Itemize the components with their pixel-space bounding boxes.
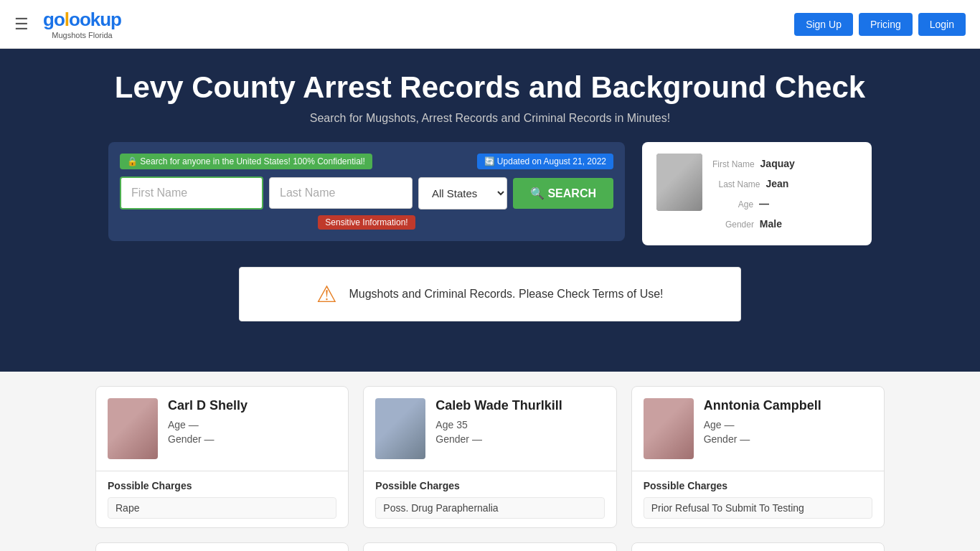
charge-item: Poss. Drug Paraphernalia	[375, 497, 604, 519]
gender-label: Gender	[725, 220, 754, 230]
warning-text: Mugshots and Criminal Records. Please Ch…	[349, 288, 663, 301]
charge-item: Prior Refusal To Submit To Testing	[644, 497, 872, 519]
hero-section: Levy County Arrest Records and Backgroun…	[0, 49, 980, 372]
person-gender: Gender —	[435, 433, 562, 445]
logo-go: go	[43, 9, 65, 30]
signup-button[interactable]: Sign Up	[794, 13, 853, 36]
header-right: Sign Up Pricing Login	[794, 13, 966, 36]
featured-avatar	[656, 154, 702, 211]
charges-section: Possible Charges Rape	[96, 471, 348, 527]
sensitive-label: Sensitive Information!	[318, 215, 415, 230]
state-select[interactable]: All States AlabamaAlaskaArizona Arkansas…	[418, 177, 507, 209]
person-card-top: Caleb Wade Thurlkill Age 35 Gender —	[364, 387, 616, 471]
featured-last-name-value: Jean	[765, 178, 788, 189]
hamburger-icon[interactable]: ☰	[14, 15, 29, 34]
logo: golookup Mugshots Florida	[43, 9, 121, 39]
cards-section: Carl D Shelly Age — Gender — Possible Ch…	[95, 372, 885, 551]
person-avatar	[644, 398, 694, 459]
header: ☰ golookup Mugshots Florida Sign Up Pric…	[0, 0, 980, 49]
person-card[interactable]: Stanley Earl Smith Jr Age — Gender — Pos…	[95, 542, 349, 551]
featured-gender-value: Male	[760, 218, 782, 230]
person-avatar	[375, 398, 425, 459]
featured-gender-row: Gender Male	[712, 214, 795, 234]
person-gender: Gender —	[168, 433, 248, 445]
person-avatar	[108, 398, 158, 459]
cards-grid: Carl D Shelly Age — Gender — Possible Ch…	[95, 386, 885, 551]
pricing-button[interactable]: Pricing	[859, 13, 913, 36]
featured-first-name-row: First Name Jaquay	[712, 154, 795, 174]
person-card-top: Kineysha Suero Age — Gender —	[632, 543, 884, 551]
last-name-input[interactable]	[269, 177, 413, 209]
charge-item: Rape	[108, 497, 336, 519]
person-age: Age —	[704, 419, 821, 430]
logo-ookup: ookup	[69, 9, 121, 30]
charges-label: Possible Charges	[108, 480, 336, 491]
search-box: 🔒 Search for anyone in the United States…	[108, 142, 625, 241]
person-card-top: Anntonia Campbell Age — Gender —	[632, 387, 884, 471]
person-card-top: Stanley Earl Smith Jr Age — Gender —	[96, 543, 348, 551]
updated-label: 🔄 Updated on August 21, 2022	[477, 154, 613, 169]
charges-section: Possible Charges Poss. Drug Paraphernali…	[364, 471, 616, 527]
warning-bar: ⚠ Mugshots and Criminal Records. Please …	[239, 267, 741, 321]
featured-age-value: —	[759, 198, 769, 209]
first-name-input[interactable]	[120, 176, 263, 209]
hero-subtitle: Search for Mugshots, Arrest Records and …	[14, 112, 966, 125]
person-card[interactable]: Caleb Wade Thurlkill Age 35 Gender — Pos…	[363, 386, 616, 528]
person-age: Age —	[168, 419, 248, 430]
page-title: Levy County Arrest Records and Backgroun…	[14, 70, 966, 105]
login-button[interactable]: Login	[918, 13, 966, 36]
header-left: ☰ golookup Mugshots Florida	[14, 9, 121, 39]
first-name-label: First Name	[712, 159, 755, 169]
person-card[interactable]: Anntonia Campbell Age — Gender — Possibl…	[631, 386, 885, 528]
person-age: Age 35	[435, 419, 562, 430]
age-label: Age	[738, 199, 753, 209]
warning-icon: ⚠	[316, 281, 337, 308]
sensitive-info: Sensitive Information!	[120, 209, 613, 230]
featured-first-name-value: Jaquay	[760, 158, 795, 169]
search-container: 🔒 Search for anyone in the United States…	[14, 142, 966, 245]
featured-age-row: Age —	[712, 194, 795, 214]
featured-person-card: First Name Jaquay Last Name Jean Age — G…	[642, 142, 872, 245]
person-card[interactable]: Kineysha Suero Age — Gender — Possible C…	[631, 542, 885, 551]
search-inputs: All States AlabamaAlaskaArizona Arkansas…	[120, 176, 613, 209]
person-name: Caleb Wade Thurlkill	[435, 398, 562, 413]
search-button[interactable]: 🔍 SEARCH	[513, 178, 613, 209]
featured-last-name-row: Last Name Jean	[712, 174, 795, 194]
person-info: Carl D Shelly Age — Gender —	[168, 398, 248, 448]
logo-text: golookup	[43, 9, 121, 31]
person-card-top: Carl D Shelly Age — Gender —	[96, 387, 348, 471]
person-name: Anntonia Campbell	[704, 398, 821, 413]
logo-subtitle: Mugshots Florida	[52, 31, 112, 39]
search-top-bar: 🔒 Search for anyone in the United States…	[120, 154, 613, 169]
person-info: Anntonia Campbell Age — Gender —	[704, 398, 821, 448]
person-name: Carl D Shelly	[168, 398, 248, 413]
person-card-top: Keylan Wages Age 22 Gender —	[364, 543, 616, 551]
charges-section: Possible Charges Prior Refusal To Submit…	[632, 471, 884, 527]
last-name-label: Last Name	[718, 179, 760, 189]
person-card[interactable]: Keylan Wages Age 22 Gender — Possible Ch…	[363, 542, 616, 551]
person-gender: Gender —	[704, 433, 821, 445]
charges-label: Possible Charges	[375, 480, 604, 491]
featured-avatar-image	[656, 154, 702, 211]
person-card[interactable]: Carl D Shelly Age — Gender — Possible Ch…	[95, 386, 349, 528]
charges-label: Possible Charges	[644, 480, 872, 491]
confidential-label: 🔒 Search for anyone in the United States…	[120, 154, 372, 169]
featured-person-info: First Name Jaquay Last Name Jean Age — G…	[712, 154, 795, 234]
person-info: Caleb Wade Thurlkill Age 35 Gender —	[435, 398, 562, 448]
